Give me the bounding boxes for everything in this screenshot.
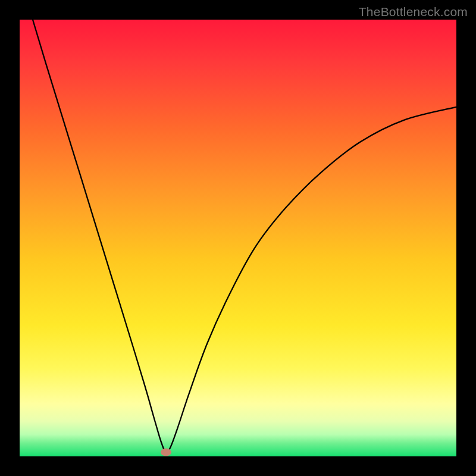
chart-curve-svg	[20, 20, 456, 456]
bottleneck-curve-path	[33, 20, 456, 452]
bottleneck-marker	[161, 448, 171, 456]
chart-plot-area	[20, 20, 456, 456]
watermark-text: TheBottleneck.com	[359, 5, 468, 19]
